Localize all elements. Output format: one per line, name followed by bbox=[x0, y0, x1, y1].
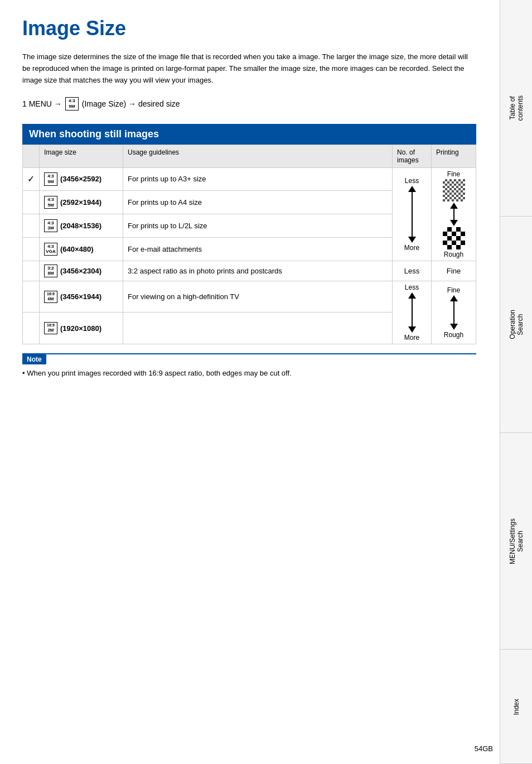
print-arrow-down-1 bbox=[450, 220, 458, 226]
print-line-1 bbox=[453, 209, 454, 220]
no-images-less-2: Less bbox=[393, 261, 432, 281]
th-no-images: No. of images bbox=[393, 145, 432, 167]
table-row: 16:96M (3456×1944) For viewing on a high… bbox=[23, 281, 476, 313]
table-row: ✓ 4:39M (3456×2592) For prints up to A3+… bbox=[23, 167, 476, 191]
print-line-2 bbox=[453, 301, 454, 324]
instruction-prefix: 1 MENU → bbox=[22, 99, 62, 108]
arrow-up-2 bbox=[408, 292, 416, 299]
size-cell: 4:35M (2592×1944) bbox=[40, 191, 123, 214]
printing-fine-2: Fine bbox=[432, 261, 476, 281]
print-arrow-up-1 bbox=[450, 203, 458, 209]
label-less-2: Less bbox=[405, 284, 419, 291]
size-icon-8m: 3:28M bbox=[44, 265, 57, 277]
sidebar-item-operation-search[interactable]: OperationSearch bbox=[500, 217, 532, 433]
label-fine-1: Fine bbox=[447, 170, 460, 178]
arrow-up-1 bbox=[408, 186, 416, 192]
th-image-size: Image size bbox=[40, 145, 123, 167]
size-icon-2m: 16:92M bbox=[44, 322, 57, 334]
size-cell: 3:28M (3456×2304) bbox=[40, 261, 123, 281]
check-cell bbox=[23, 313, 40, 344]
check-cell bbox=[23, 237, 40, 261]
guideline-cell: For viewing on a high-definition TV bbox=[123, 281, 393, 313]
sidebar-toc-label: Table ofcontents bbox=[509, 95, 524, 121]
sidebar-menu-label: MENU/SettingsSearch bbox=[509, 518, 524, 564]
checker-rough-1 bbox=[443, 227, 465, 249]
page-title: Image Size bbox=[22, 17, 476, 40]
size-cell: 4:33M (2048×1536) bbox=[40, 214, 123, 238]
sidebar-item-toc[interactable]: Table ofcontents bbox=[500, 0, 532, 217]
selected-checkmark: ✓ bbox=[27, 174, 35, 184]
sidebar-item-index[interactable]: Index bbox=[500, 650, 532, 764]
size-icon-5m: 4:35M bbox=[44, 196, 57, 209]
sidebar-index-label: Index bbox=[512, 699, 520, 715]
guideline-cell: 3:2 aspect ratio as in photo prints and … bbox=[123, 261, 393, 281]
page-number: 54GB bbox=[475, 744, 493, 753]
check-cell bbox=[23, 261, 40, 281]
size-icon-3m: 4:33M bbox=[44, 219, 57, 232]
image-size-table: Image size Usage guidelines No. of image… bbox=[22, 145, 476, 344]
instruction-suffix: (Image Size) → desired size bbox=[82, 99, 180, 108]
printing-arrow-group2: Fine Rough bbox=[432, 281, 476, 344]
label-rough-2: Rough bbox=[444, 331, 463, 339]
label-more-1: More bbox=[404, 244, 419, 252]
label-fine-2: Fine bbox=[447, 286, 460, 294]
size-cell: 4:39M (3456×2592) bbox=[40, 167, 123, 191]
arrow-line-1 bbox=[412, 192, 413, 237]
size-icon-6m: 16:96M bbox=[44, 291, 57, 303]
check-cell: ✓ bbox=[23, 167, 40, 191]
label-less-1: Less bbox=[405, 177, 419, 185]
note-section: Note • When you print images recorded wi… bbox=[22, 353, 476, 379]
size-cell: 16:96M (3456×1944) bbox=[40, 281, 123, 313]
image-size-icon: 4:3 9M bbox=[65, 97, 79, 110]
guideline-cell: For e-mail attachments bbox=[123, 237, 393, 261]
sidebar-operation-label: OperationSearch bbox=[509, 310, 524, 339]
size-value: (3456×2304) bbox=[60, 267, 101, 275]
arrow-down-2 bbox=[408, 326, 416, 333]
th-usage: Usage guidelines bbox=[123, 145, 393, 167]
check-cell bbox=[23, 191, 40, 214]
guideline-cell bbox=[123, 313, 393, 344]
size-icon-9m: 4:39M bbox=[44, 172, 57, 185]
printing-arrow-group1: Fine Rough bbox=[432, 167, 476, 261]
section-header: When shooting still images bbox=[22, 124, 476, 145]
size-cell: 16:92M (1920×1080) bbox=[40, 313, 123, 344]
note-text: • When you print images recorded with 16… bbox=[22, 368, 476, 379]
size-value: (1920×1080) bbox=[60, 324, 101, 333]
size-value: (2592×1944) bbox=[60, 198, 101, 206]
guideline-cell: For prints up to A3+ size bbox=[123, 167, 393, 191]
check-cell bbox=[23, 214, 40, 238]
size-value: (3456×2592) bbox=[60, 175, 101, 183]
size-value: (2048×1536) bbox=[60, 222, 101, 230]
guideline-cell: For prints up to L/2L size bbox=[123, 214, 393, 238]
no-images-arrow-group1: Less More bbox=[393, 167, 432, 261]
print-arrow-up-2 bbox=[450, 295, 458, 301]
arrow-down-1 bbox=[408, 237, 416, 243]
size-value: (3456×1944) bbox=[60, 292, 101, 301]
menu-instruction: 1 MENU → 4:3 9M (Image Size) → desired s… bbox=[22, 97, 476, 110]
size-cell: 4:3VGA (640×480) bbox=[40, 237, 123, 261]
size-icon-vga: 4:3VGA bbox=[44, 243, 57, 256]
size-value: (640×480) bbox=[60, 245, 94, 253]
note-label: Note bbox=[22, 354, 46, 364]
checker-fine-1 bbox=[443, 179, 465, 201]
label-rough-1: Rough bbox=[444, 251, 463, 258]
sidebar-item-menu-search[interactable]: MENU/SettingsSearch bbox=[500, 433, 532, 650]
table-row: 3:28M (3456×2304) 3:2 aspect ratio as in… bbox=[23, 261, 476, 281]
arrow-line-2 bbox=[412, 299, 413, 326]
th-printing: Printing bbox=[432, 145, 476, 167]
main-content: Image Size The image size determines the… bbox=[0, 0, 499, 401]
label-more-2: More bbox=[404, 334, 419, 342]
no-images-arrow-group2: Less More bbox=[393, 281, 432, 344]
print-arrow-down-2 bbox=[450, 324, 458, 330]
guideline-cell: For prints up to A4 size bbox=[123, 191, 393, 214]
th-check bbox=[23, 145, 40, 167]
check-cell bbox=[23, 281, 40, 313]
sidebar: Table ofcontents OperationSearch MENU/Se… bbox=[500, 0, 532, 764]
intro-paragraph: The image size determines the size of th… bbox=[22, 51, 476, 86]
